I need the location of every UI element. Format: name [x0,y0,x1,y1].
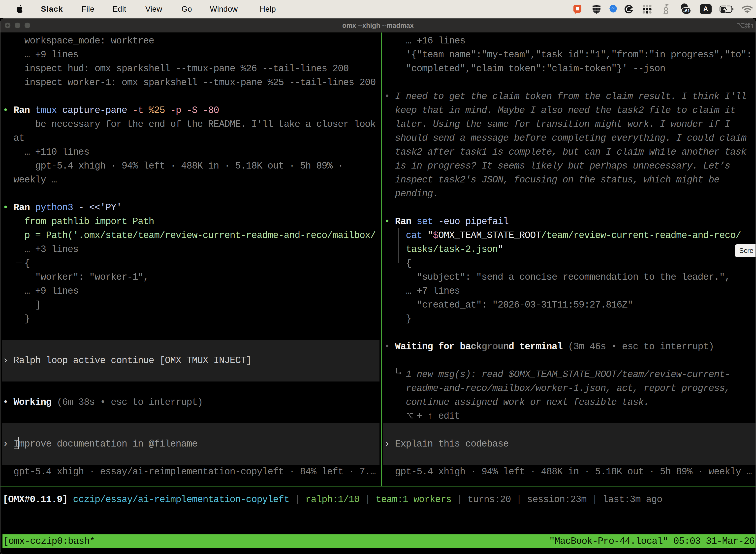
svg-text:..61: ..61 [683,8,690,13]
svg-text:1: 1 [751,22,754,30]
